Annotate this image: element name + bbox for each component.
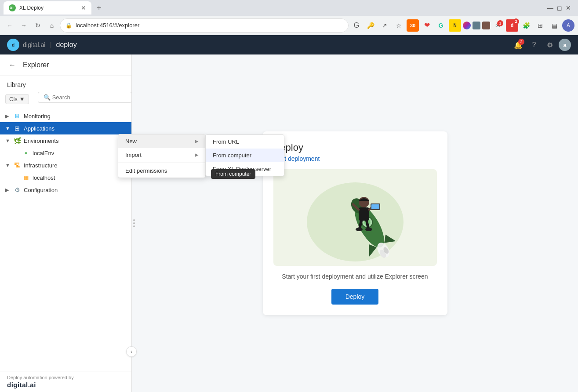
grammarly-icon[interactable]: G (435, 19, 447, 32)
mail-badge: 1 (497, 20, 503, 26)
library-label: Library (0, 76, 131, 92)
logo-separator: | (50, 41, 51, 49)
infrastructure-icon: 🏗 (13, 161, 21, 169)
tree-label-monitoring: Monitoring (24, 113, 51, 120)
app-header-icons: 🔔 2 ? ⚙ a (511, 38, 571, 52)
sidebar-collapse-button[interactable]: ‹ (126, 346, 137, 357)
configuration-icon: ⚙ (13, 186, 21, 194)
sidebar-header: ← Explorer (0, 54, 131, 76)
tree-arrow-infrastructure: ▼ (5, 163, 11, 168)
deploy-card: Deploy Start deployment (263, 131, 447, 315)
deploy-button[interactable]: Deploy (331, 289, 379, 305)
from-computer-label: From computer (213, 152, 251, 159)
ext4-icon[interactable]: ✉ 1 (492, 19, 504, 32)
deploy-card-desc: Start your first deployment and utilize … (273, 273, 437, 280)
tooltip-from-computer: From computer (211, 169, 255, 179)
reload-button[interactable]: ↻ (32, 19, 44, 32)
app-logo-icon: d (7, 39, 19, 51)
ext5-icon[interactable]: d 2 (506, 19, 518, 32)
tree-item-localhost[interactable]: ▦ localhost (0, 171, 131, 184)
app-header: d digital.ai | deploy 🔔 2 ? ⚙ a (0, 35, 578, 54)
share-icon[interactable]: ↗ (378, 19, 391, 32)
svg-point-21 (365, 228, 372, 231)
extensions-icon[interactable]: ⊞ (534, 19, 546, 32)
from-url-label: From URL (213, 138, 239, 145)
settings-button[interactable]: ⚙ (543, 38, 557, 52)
tree-item-environments[interactable]: ▼ 🌿 Environments (0, 134, 131, 147)
tree-arrow-applications: ▼ (5, 126, 11, 131)
tree-item-monitoring[interactable]: ▶ 🖥 Monitoring (0, 110, 131, 122)
new-tab-button[interactable]: + (93, 4, 105, 13)
ext3-icon[interactable] (482, 22, 490, 29)
main-content: Deploy Start deployment (132, 54, 578, 392)
google-icon[interactable]: G (350, 19, 363, 32)
help-button[interactable]: ? (527, 38, 541, 52)
tab-close-button[interactable]: ✕ (81, 4, 86, 11)
tree-label-environments: Environments (24, 138, 58, 144)
logo-deploy-text: deploy (56, 41, 77, 49)
context-menu-import-label: Import (125, 152, 142, 158)
cls-dropdown[interactable]: Cls ▼ (5, 94, 29, 104)
app-container: d digital.ai | deploy 🔔 2 ? ⚙ a (0, 35, 578, 392)
submenu-item-from-url[interactable]: From URL (206, 135, 284, 149)
window-maximize-button[interactable]: ◻ (557, 4, 562, 11)
tree-label-configuration: Configuration (24, 187, 58, 193)
notification-badge: 2 (518, 39, 524, 45)
address-bar[interactable]: 🔒 localhost:4516/#/explorer (60, 18, 349, 33)
deploy-illustration (273, 169, 437, 266)
context-menu-item-new[interactable]: New ▶ From URL From computer From XL Dep… (118, 134, 205, 148)
forward-button[interactable]: → (18, 19, 30, 32)
search-icon: 🔍 (44, 94, 51, 101)
tree-item-localenv[interactable]: ● localEnv (0, 147, 131, 159)
ext5-badge: 2 (513, 18, 519, 25)
pocket-icon[interactable]: ❤ (421, 19, 433, 32)
user-account-icon[interactable]: A (562, 19, 574, 32)
svg-point-20 (356, 228, 363, 231)
news-icon[interactable]: N (449, 19, 461, 32)
submenu-item-from-computer[interactable]: From computer (206, 149, 284, 162)
sidebar-back-button[interactable]: ← (7, 60, 18, 70)
tree-label-applications: Applications (24, 125, 55, 132)
monitoring-icon: 🖥 (13, 112, 21, 120)
context-menu-item-import[interactable]: Import ▶ (118, 148, 205, 162)
ext6-icon[interactable]: 🧩 (520, 19, 532, 32)
url-display: localhost:4516/#/explorer (76, 22, 343, 29)
environments-icon: 🌿 (13, 137, 21, 145)
tree-label-localhost: localhost (33, 174, 55, 181)
bookmark-icon[interactable]: ☆ (393, 19, 405, 32)
back-button[interactable]: ← (4, 19, 16, 32)
window-minimize-button[interactable]: — (547, 4, 553, 11)
app-logo: d digital.ai | deploy (7, 39, 77, 51)
sidebar-toggle-icon[interactable]: ▤ (548, 19, 560, 32)
tab-title: XL Deploy (19, 5, 77, 11)
circle-icon[interactable] (463, 22, 471, 29)
sidebar-title: Explorer (23, 61, 49, 69)
context-menu: New ▶ From URL From computer From XL Dep… (118, 134, 206, 178)
context-menu-divider (118, 163, 205, 163)
submenu-arrow-import: ▶ (195, 152, 198, 158)
tree-item-configuration[interactable]: ▶ ⚙ Configuration (0, 184, 131, 196)
search-input[interactable] (52, 94, 126, 101)
browser-tab[interactable]: XL XL Deploy ✕ (4, 1, 91, 15)
applications-icon: ⊞ (13, 124, 21, 132)
sidebar-resize-handle[interactable] (133, 219, 135, 227)
user-avatar[interactable]: a (559, 39, 571, 51)
brand-footer-text: digital.ai (7, 381, 124, 388)
tree-arrow-environments: ▼ (5, 138, 11, 143)
tree-item-infrastructure[interactable]: ▼ 🏗 Infrastructure (0, 159, 131, 171)
deploy-card-subtitle: Start deployment (273, 155, 437, 162)
context-menu-edit-permissions-label: Edit permissions (125, 167, 167, 174)
browser-toolbar: G 🔑 ↗ ☆ 30 ❤ G N ✉ 1 d 2 🧩 ⊞ ▤ (350, 19, 574, 32)
ext2-icon[interactable] (473, 22, 480, 29)
context-menu-item-edit-permissions[interactable]: Edit permissions (118, 164, 205, 178)
window-close-button[interactable]: ✕ (566, 4, 571, 11)
deploy-card-title: Deploy (273, 142, 437, 153)
context-menu-new-label: New (125, 138, 137, 145)
password-icon[interactable]: 🔑 (364, 19, 377, 32)
cls-dropdown-arrow: ▼ (19, 96, 25, 102)
tree-item-applications[interactable]: ▼ ⊞ Applications (0, 122, 131, 134)
ext1-icon[interactable]: 30 (407, 19, 419, 32)
notifications-button[interactable]: 🔔 2 (511, 38, 525, 52)
home-button[interactable]: ⌂ (46, 19, 58, 32)
localhost-icon: ▦ (22, 174, 30, 181)
